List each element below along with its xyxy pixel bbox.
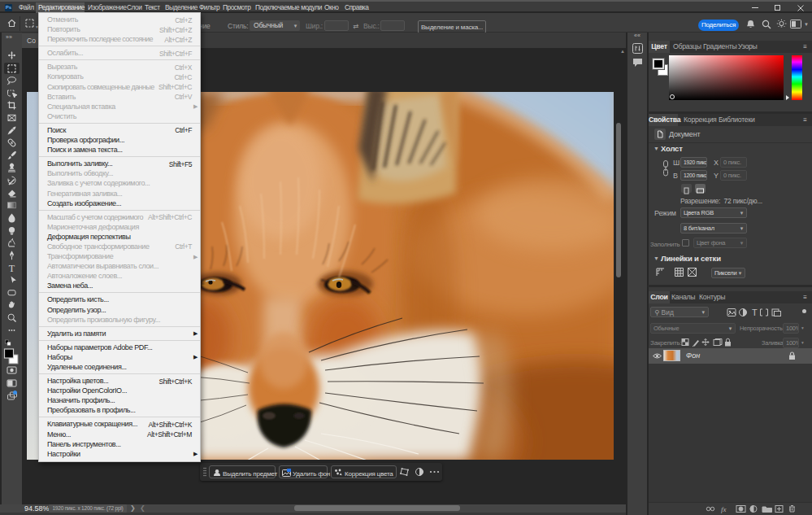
svg-text:T: T xyxy=(9,263,15,274)
svg-text:fx: fx xyxy=(721,505,727,513)
svg-text:T: T xyxy=(752,308,758,317)
